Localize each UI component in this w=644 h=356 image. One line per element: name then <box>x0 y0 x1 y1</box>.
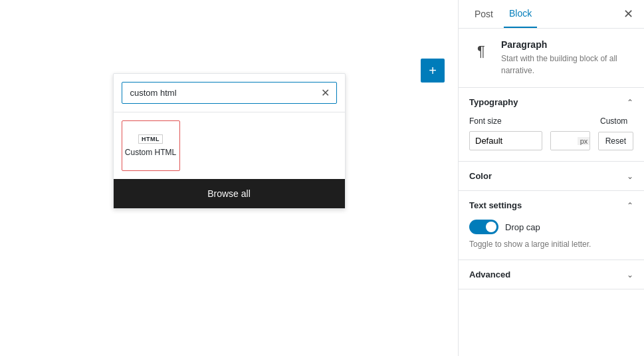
block-description: Start with the building block of all nar… <box>501 53 633 77</box>
typography-section: Typography ⌃ Font size Custom Default Sm… <box>459 88 644 162</box>
typography-section-header[interactable]: Typography ⌃ <box>459 88 644 116</box>
block-search-input[interactable]: custom html <box>122 83 336 103</box>
color-section-header[interactable]: Color ⌄ <box>459 162 644 190</box>
sidebar: Post Block ✕ ¶ Paragraph Start with the … <box>458 0 644 356</box>
drop-cap-toggle[interactable] <box>469 220 498 234</box>
custom-label: Custom <box>600 116 633 126</box>
font-size-label: Font size <box>469 116 592 126</box>
text-settings-title: Text settings <box>469 200 522 210</box>
block-inserter-popup: custom html ✕ HTML Custom HTML Browse al… <box>113 73 346 209</box>
paragraph-icon: ¶ <box>469 39 493 63</box>
color-title: Color <box>469 171 492 181</box>
block-item-label: Custom HTML <box>125 148 176 157</box>
search-input-wrapper: custom html ✕ <box>122 82 337 104</box>
advanced-section: Advanced ⌄ <box>459 260 644 289</box>
custom-px-input[interactable] <box>551 132 578 150</box>
tab-post[interactable]: Post <box>469 1 498 27</box>
color-section: Color ⌄ <box>459 162 644 191</box>
chevron-up-icon: ⌃ <box>627 98 633 107</box>
px-unit-label: px <box>578 137 590 145</box>
typography-title: Typography <box>469 97 518 107</box>
chevron-up-icon: ⌃ <box>627 201 633 210</box>
drop-cap-row: Drop cap <box>469 220 633 234</box>
sidebar-tabs: Post Block ✕ <box>459 0 644 29</box>
search-container: custom html ✕ <box>114 74 345 112</box>
close-sidebar-button[interactable]: ✕ <box>623 7 633 21</box>
toggle-slider <box>469 220 498 234</box>
tab-block[interactable]: Block <box>504 0 537 28</box>
editor-area: + custom html ✕ HTML Custom HTML Browse … <box>0 0 458 356</box>
block-item-tag: HTML <box>138 134 163 144</box>
text-settings-section: Text settings ⌃ Drop cap Toggle to show … <box>459 191 644 260</box>
block-meta: Paragraph Start with the building block … <box>501 39 633 77</box>
clear-search-button[interactable]: ✕ <box>320 85 331 100</box>
advanced-title: Advanced <box>469 269 510 279</box>
add-block-button[interactable]: + <box>421 59 445 83</box>
drop-cap-label: Drop cap <box>505 222 540 232</box>
font-size-select-wrapper: Default Small Normal Large Huge <box>469 131 542 150</box>
font-size-row: Default Small Normal Large Huge px Reset <box>469 131 633 150</box>
search-results-area: HTML Custom HTML <box>114 112 345 179</box>
close-icon: ✕ <box>321 87 330 99</box>
font-size-select[interactable]: Default Small Normal Large Huge <box>469 131 542 150</box>
block-item-custom-html[interactable]: HTML Custom HTML <box>122 120 180 171</box>
text-settings-header[interactable]: Text settings ⌃ <box>459 191 644 220</box>
block-info: ¶ Paragraph Start with the building bloc… <box>459 29 644 88</box>
typography-content: Font size Custom Default Small Normal La… <box>459 116 644 161</box>
reset-font-size-button[interactable]: Reset <box>598 132 633 150</box>
block-title: Paragraph <box>501 39 633 50</box>
text-settings-content: Drop cap Toggle to show a large initial … <box>459 220 644 260</box>
chevron-down-icon: ⌄ <box>627 172 633 181</box>
close-icon: ✕ <box>623 7 633 21</box>
plus-icon: + <box>429 63 437 79</box>
chevron-down-icon: ⌄ <box>627 270 633 279</box>
browse-all-button[interactable]: Browse all <box>114 179 345 208</box>
labels-row: Font size Custom <box>469 116 633 126</box>
custom-px-input-wrapper: px <box>550 131 590 150</box>
drop-cap-description: Toggle to show a large initial letter. <box>469 240 633 249</box>
advanced-section-header[interactable]: Advanced ⌄ <box>459 260 644 289</box>
